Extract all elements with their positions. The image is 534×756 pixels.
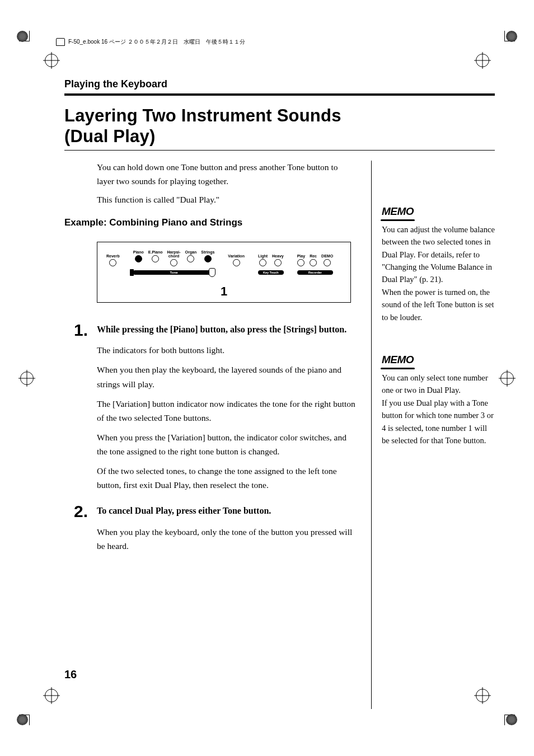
intro-block: You can hold down one Tone button and pr… (97, 161, 355, 206)
registration-mark-icon (476, 54, 489, 67)
led-icon (259, 259, 266, 266)
panel-label: Piano (133, 250, 144, 254)
step-number: 1 (64, 322, 88, 498)
example-subhead: Example: Combining Piano and Strings (64, 217, 355, 228)
led-icon (187, 255, 194, 262)
page-content: Playing the Keyboard Layering Two Instru… (64, 78, 495, 678)
variation-button: Variation (228, 254, 245, 266)
knob-icon (209, 268, 216, 277)
title-line: (Dual Play) (64, 126, 155, 146)
led-icon (310, 259, 317, 266)
step-text: When you press the [Variation] button, t… (97, 430, 355, 458)
header-strip-text: F-50_e.book 16 ページ ２００５年２月２日 水曜日 午後５時１１分 (68, 38, 245, 46)
step-1: 1 While pressing the [Piano] button, als… (64, 322, 355, 498)
key-touch-group: Light Heavy Key Touch (258, 254, 284, 266)
recorder-group: Play Rec DEMO Recorder (297, 254, 333, 266)
step-text: The [Variation] button indicator now ind… (97, 397, 355, 425)
book-icon (56, 38, 65, 46)
header-strip: F-50_e.book 16 ページ ２００５年２月２日 水曜日 午後５時１１分 (56, 38, 245, 46)
step-text: Of the two selected tones, to change the… (97, 464, 355, 492)
registration-mark-icon (45, 689, 58, 702)
panel-label: E.Piano (148, 250, 163, 254)
main-column: You can hold down one Tone button and pr… (64, 161, 355, 709)
memo-icon: MEMO (382, 351, 414, 368)
heavy-rule (64, 93, 495, 96)
memo-block: MEMO You can adjust the volume balance b… (382, 203, 495, 323)
led-icon (109, 259, 116, 266)
step-lead: While pressing the [Piano] button, also … (97, 322, 355, 338)
step-text: When you play the keyboard, only the ton… (97, 525, 355, 553)
memo-icon: MEMO (382, 203, 414, 219)
page-title: Layering Two Instrument Sounds (Dual Pla… (64, 106, 495, 147)
memo-text: You can only select tone number one or t… (382, 372, 495, 447)
step-number: 2 (64, 503, 88, 558)
panel-label: Reverb (106, 254, 120, 258)
recorder-pill: Recorder (297, 270, 333, 275)
panel-label: Variation (228, 254, 245, 258)
running-head: Playing the Keyboard (64, 78, 495, 90)
panel-label: Light (258, 254, 268, 258)
panel-label: Heavy (272, 254, 284, 258)
color-dot-icon (506, 31, 517, 42)
panel-label: Organ (185, 250, 197, 254)
color-dot-icon (17, 714, 28, 725)
reverb-button: Reverb (106, 254, 120, 266)
led-icon (204, 255, 212, 262)
led-icon (274, 259, 282, 266)
tone-buttons: Piano E.Piano Harpsi- chord Organ String… (133, 250, 215, 266)
control-panel-diagram: Reverb Piano E.Piano Harpsi- chord Organ… (97, 242, 351, 303)
intro-text: This function is called "Dual Play." (97, 193, 355, 207)
callout-number: 1 (106, 284, 341, 299)
panel-label: DEMO (321, 254, 333, 258)
step-text: The indicators for both buttons light. (97, 343, 355, 357)
step-2: 2 To cancel Dual Play, press either Tone… (64, 503, 355, 558)
page-number: 16 (64, 668, 77, 681)
panel-label: Play (297, 254, 305, 258)
memo-text: You can adjust the volume balance betwee… (382, 223, 495, 324)
title-rule (64, 150, 495, 151)
led-icon (297, 259, 305, 266)
color-dot-icon (17, 31, 28, 42)
panel-label: Harpsi- chord (167, 250, 180, 258)
led-icon (135, 255, 142, 262)
registration-mark-icon (500, 372, 514, 385)
panel-label: Rec (310, 254, 317, 258)
key-touch-pill: Key Touch (258, 270, 284, 275)
step-lead: To cancel Dual Play, press either Tone b… (97, 503, 355, 519)
panel-label: Strings (201, 250, 214, 254)
title-line: Layering Two Instrument Sounds (64, 106, 341, 125)
led-icon (233, 259, 240, 266)
step-text: When you then play the keyboard, the lay… (97, 363, 355, 391)
led-icon (324, 259, 331, 266)
color-dot-icon (506, 714, 517, 725)
intro-text: You can hold down one Tone button and pr… (97, 161, 355, 189)
led-icon (152, 255, 159, 262)
registration-mark-icon (45, 54, 58, 67)
registration-mark-icon (20, 372, 34, 385)
tone-bar: Tone (133, 270, 215, 275)
side-column: MEMO You can adjust the volume balance b… (371, 161, 495, 709)
led-icon (170, 259, 177, 266)
memo-block: MEMO You can only select tone number one… (382, 351, 495, 447)
